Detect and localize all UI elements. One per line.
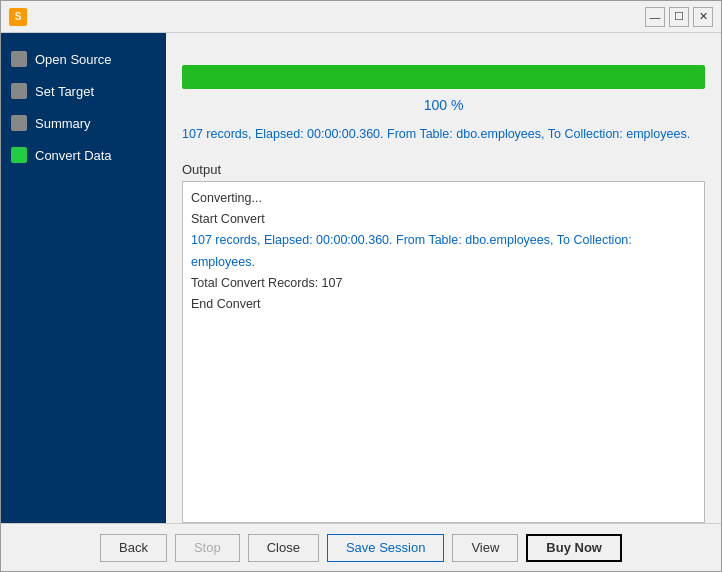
output-section: Output Converting...Start Convert107 rec… — [182, 162, 705, 523]
sidebar: Open Source Set Target Summary Convert D… — [1, 33, 166, 523]
convert-data-icon — [11, 147, 27, 163]
output-line: Converting... — [191, 188, 696, 209]
sidebar-item-label-summary: Summary — [35, 116, 91, 131]
progress-bar-container — [182, 65, 705, 89]
open-source-icon — [11, 51, 27, 67]
right-panel: 100 % 107 records, Elapsed: 00:00:00.360… — [166, 33, 721, 523]
sidebar-item-label-open-source: Open Source — [35, 52, 112, 67]
buy-now-button[interactable]: Buy Now — [526, 534, 622, 562]
sidebar-item-label-convert-data: Convert Data — [35, 148, 112, 163]
sidebar-item-open-source[interactable]: Open Source — [1, 43, 166, 75]
save-session-button[interactable]: Save Session — [327, 534, 445, 562]
bottom-bar: Back Stop Close Save Session View Buy No… — [1, 523, 721, 571]
main-content: Open Source Set Target Summary Convert D… — [1, 33, 721, 523]
progress-bar-fill — [182, 65, 705, 89]
output-label: Output — [182, 162, 705, 177]
progress-percent: 100 % — [182, 97, 705, 113]
title-bar-left: S — [9, 8, 27, 26]
sidebar-item-label-set-target: Set Target — [35, 84, 94, 99]
close-button[interactable]: Close — [248, 534, 319, 562]
title-bar-controls: — ☐ ✕ — [645, 7, 713, 27]
title-bar: S — ☐ ✕ — [1, 1, 721, 33]
close-window-button[interactable]: ✕ — [693, 7, 713, 27]
output-line: Total Convert Records: 107 — [191, 273, 696, 294]
stop-button[interactable]: Stop — [175, 534, 240, 562]
view-button[interactable]: View — [452, 534, 518, 562]
restore-button[interactable]: ☐ — [669, 7, 689, 27]
set-target-icon — [11, 83, 27, 99]
app-icon: S — [9, 8, 27, 26]
minimize-button[interactable]: — — [645, 7, 665, 27]
output-line: Start Convert — [191, 209, 696, 230]
status-text: 107 records, Elapsed: 00:00:00.360. From… — [182, 125, 705, 144]
output-box[interactable]: Converting...Start Convert107 records, E… — [182, 181, 705, 523]
sidebar-item-summary[interactable]: Summary — [1, 107, 166, 139]
output-line: 107 records, Elapsed: 00:00:00.360. From… — [191, 230, 696, 273]
sidebar-item-set-target[interactable]: Set Target — [1, 75, 166, 107]
output-line: End Convert — [191, 294, 696, 315]
app-window: S — ☐ ✕ Open Source Set Target Summary — [0, 0, 722, 572]
summary-icon — [11, 115, 27, 131]
back-button[interactable]: Back — [100, 534, 167, 562]
sidebar-item-convert-data[interactable]: Convert Data — [1, 139, 166, 171]
